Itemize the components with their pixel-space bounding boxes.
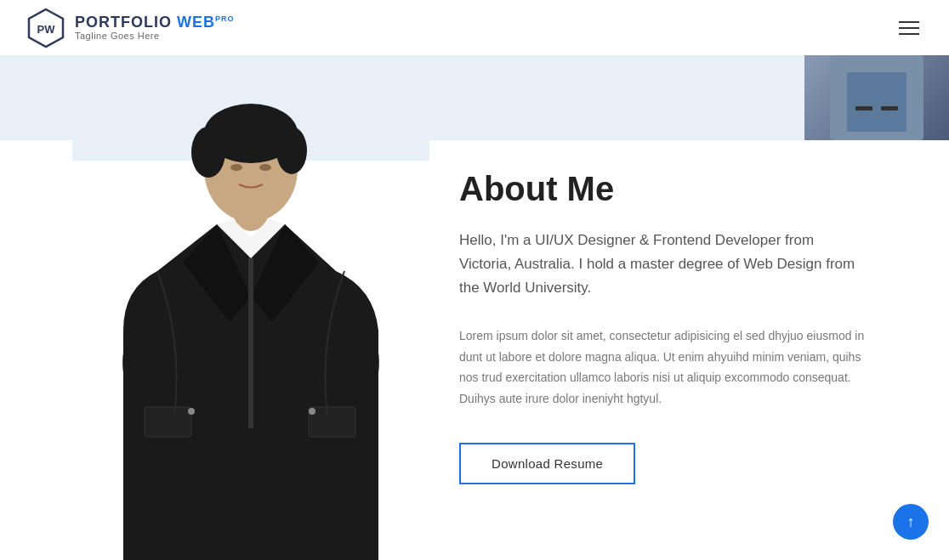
svg-point-10 (191, 127, 225, 178)
svg-rect-3 (847, 72, 906, 132)
about-content: About Me Hello, I'm a UI/UX Designer & F… (459, 170, 923, 484)
hamburger-line-2 (899, 27, 919, 29)
svg-rect-16 (309, 407, 355, 437)
about-lorem: Lorem ipsum dolor sit amet, consectetur … (459, 325, 867, 409)
download-resume-button[interactable]: Download Resume (459, 443, 635, 484)
site-header: PW PORTFOLIO WEBPRO Tagline Goes Here (0, 0, 949, 55)
svg-rect-5 (881, 106, 898, 110)
about-title: About Me (459, 170, 923, 208)
logo-area: PW PORTFOLIO WEBPRO Tagline Goes Here (26, 8, 235, 48)
svg-point-12 (230, 164, 242, 171)
svg-point-17 (188, 408, 195, 415)
hero-right-image (804, 55, 949, 140)
about-intro: Hello, I'm a UI/UX Designer & Frontend D… (459, 229, 867, 300)
hamburger-line-3 (899, 33, 919, 35)
svg-rect-14 (248, 258, 253, 428)
person-photo (51, 55, 451, 560)
portfolio-label: PORTFOLIO (75, 14, 177, 31)
logo-name: PORTFOLIO WEBPRO (75, 14, 235, 31)
svg-text:PW: PW (37, 23, 56, 36)
web-label: WEB (177, 14, 215, 31)
logo-tagline: Tagline Goes Here (75, 31, 235, 41)
pro-label: PRO (215, 14, 235, 23)
hamburger-menu[interactable] (895, 17, 923, 39)
svg-rect-4 (855, 106, 872, 110)
svg-point-11 (276, 127, 307, 174)
logo-text: PORTFOLIO WEBPRO Tagline Goes Here (75, 14, 235, 42)
hamburger-line-1 (899, 21, 919, 23)
logo-icon: PW (26, 8, 66, 48)
scroll-to-top-button[interactable]: ↑ (893, 504, 929, 540)
svg-point-18 (309, 408, 315, 415)
svg-rect-15 (145, 407, 191, 437)
svg-point-13 (259, 164, 271, 171)
